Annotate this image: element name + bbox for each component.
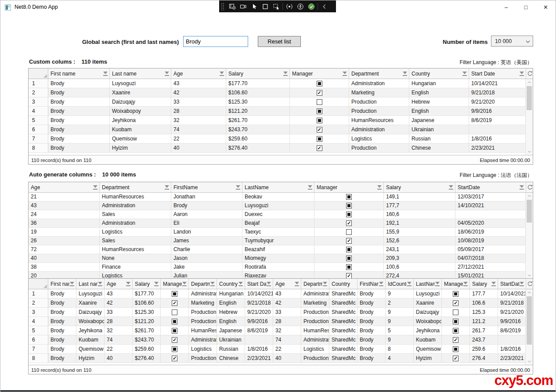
checkbox-indeterminate[interactable] bbox=[346, 212, 352, 217]
cell-salary[interactable]: 152,6 bbox=[384, 237, 455, 245]
cell-lastname[interactable]: Quemisow bbox=[414, 345, 442, 353]
cell-age[interactable]: 19 bbox=[29, 228, 100, 236]
cell-manager[interactable] bbox=[442, 345, 470, 353]
cell-firstname[interactable]: Julian bbox=[171, 272, 242, 279]
cell-firstname[interactable]: Charlie bbox=[171, 245, 242, 254]
cell-startdate[interactable] bbox=[498, 335, 526, 344]
column-header-manager[interactable]: Manager bbox=[442, 279, 470, 289]
cell-salary[interactable]: $121.20 bbox=[133, 317, 161, 326]
cell-department[interactable]: Production bbox=[349, 107, 409, 115]
cell-salary[interactable]: $125.30 bbox=[133, 308, 161, 316]
cell-start-date[interactable] bbox=[469, 125, 526, 134]
cell-manager[interactable] bbox=[290, 107, 349, 115]
cell-country[interactable]: SharedMc bbox=[329, 335, 357, 344]
cell-age[interactable]: 32 bbox=[105, 326, 133, 335]
checkbox-checked[interactable]: ✓ bbox=[453, 337, 459, 343]
filter-funnel-icon[interactable] bbox=[266, 282, 271, 286]
panel-gear-icon[interactable] bbox=[227, 2, 238, 11]
reset-list-button[interactable]: Reset list bbox=[258, 36, 301, 47]
minimize-button[interactable]: – bbox=[496, 0, 516, 14]
cell-salary[interactable]: 100,6 bbox=[384, 263, 455, 271]
cell-startdate[interactable]: 9/21/2020 bbox=[498, 308, 526, 316]
cell-salary[interactable]: 125.3 bbox=[470, 308, 498, 316]
scrollbar-thumb[interactable] bbox=[527, 86, 532, 110]
cell-department[interactable]: Production bbox=[301, 317, 329, 326]
cell-department[interactable]: HumanResources bbox=[100, 245, 171, 254]
vertical-scrollbar[interactable] bbox=[525, 193, 533, 279]
cell-lastname[interactable]: Beokav bbox=[242, 193, 314, 201]
cell-manager[interactable] bbox=[290, 79, 349, 88]
checkbox-unchecked[interactable] bbox=[317, 99, 322, 105]
cell-department[interactable]: Production bbox=[189, 317, 217, 326]
column-header-age[interactable]: Age bbox=[273, 279, 301, 289]
cell-department[interactable]: Production bbox=[189, 354, 217, 363]
filter-funnel-icon[interactable] bbox=[294, 282, 300, 286]
checkbox-indeterminate[interactable] bbox=[317, 81, 322, 86]
cell-startdate[interactable]: 8/6/2019 bbox=[498, 326, 526, 335]
cell-country[interactable]: SharedMc bbox=[329, 298, 357, 307]
select-element-icon[interactable] bbox=[271, 2, 282, 11]
cell-last-name[interactable]: Woixabopoy bbox=[110, 107, 171, 115]
cell-country[interactable]: Ukrainian bbox=[409, 125, 469, 134]
checkbox-indeterminate[interactable] bbox=[317, 108, 322, 114]
table-row[interactable]: 36AdministrationEliBeajaf✓192,104/05/202… bbox=[29, 219, 533, 228]
column-header-age[interactable]: Age bbox=[171, 68, 226, 79]
filter-funnel-icon[interactable] bbox=[342, 72, 347, 76]
cell-country[interactable]: English bbox=[409, 107, 469, 115]
checkbox-indeterminate[interactable] bbox=[346, 247, 352, 252]
cell-lastname[interactable]: Jeyhikona bbox=[414, 326, 442, 335]
cell-salary[interactable]: 177,7 bbox=[384, 201, 455, 210]
filter-funnel-icon[interactable] bbox=[283, 72, 288, 76]
filter-funnel-icon[interactable] bbox=[322, 282, 328, 286]
cell-age[interactable]: 43 bbox=[171, 79, 226, 88]
cell-age[interactable]: 43 bbox=[273, 289, 301, 298]
cell-age[interactable]: 28 bbox=[273, 317, 301, 326]
checkbox-indeterminate[interactable] bbox=[172, 328, 177, 334]
cell-startdate[interactable]: 10/14/2021 bbox=[498, 289, 526, 298]
column-header-manager[interactable]: Manager bbox=[314, 182, 384, 192]
cell-manager[interactable]: ✓ bbox=[290, 125, 349, 134]
filter-funnel-icon[interactable] bbox=[97, 282, 103, 286]
cell-firstname[interactable]: Brody bbox=[357, 317, 386, 326]
table-row[interactable]: 3BrodyDaizuqajy33$125.30ProductionHebrew… bbox=[29, 308, 533, 317]
cell-startdate[interactable]: 9/9/2016 bbox=[498, 317, 526, 326]
table-row[interactable]: 4BrodyWoixabopoy28$121.20ProductionEngli… bbox=[29, 107, 533, 116]
cell-age[interactable]: 74 bbox=[273, 335, 301, 344]
cell-country[interactable]: Hungarian bbox=[409, 79, 469, 88]
cell-salary[interactable]: 276.4 bbox=[470, 354, 498, 363]
table-row[interactable]: 7BrodyQuemisow22$259.60LogisticsRussian1… bbox=[29, 345, 533, 354]
cell-lastname[interactable]: Xaanire bbox=[414, 298, 442, 307]
cell-manager[interactable] bbox=[290, 134, 349, 143]
cell-first-name[interactable]: Brody bbox=[48, 289, 76, 298]
row-header[interactable]: 4 bbox=[29, 107, 48, 115]
cell-start-date[interactable]: 10/14/2021 bbox=[469, 79, 526, 88]
column-header-salary[interactable]: Salary bbox=[384, 182, 455, 192]
cell-department[interactable]: Administration bbox=[301, 335, 329, 344]
cell-first-name[interactable]: Brody bbox=[48, 116, 110, 125]
row-header[interactable]: 6 bbox=[29, 125, 48, 134]
cell-manager[interactable]: ✓ bbox=[442, 354, 470, 363]
cell-salary[interactable]: 121.2 bbox=[470, 317, 498, 326]
checkbox-indeterminate[interactable] bbox=[453, 346, 459, 352]
cell-salary[interactable]: 261.7 bbox=[470, 326, 498, 335]
refresh-icon[interactable] bbox=[526, 279, 533, 289]
cell-country[interactable]: Ukrainian bbox=[217, 335, 245, 344]
table-row[interactable]: 6BrodyKuobam74$243.70✓AdministrationUkra… bbox=[29, 125, 533, 134]
cell-start-date[interactable]: 1/8/2016 bbox=[469, 134, 526, 143]
cell-lastname[interactable]: Woixabopoy bbox=[414, 317, 442, 326]
filter-funnel-icon[interactable] bbox=[463, 282, 468, 286]
checkbox-checked[interactable]: ✓ bbox=[346, 238, 352, 244]
cell-salary[interactable]: $243.70 bbox=[226, 125, 290, 134]
checkbox-checked[interactable]: ✓ bbox=[172, 337, 177, 343]
cell-startdate[interactable]: 27/12/2021 bbox=[455, 263, 526, 271]
cell-manager[interactable] bbox=[314, 193, 384, 201]
checkbox-checked[interactable]: ✓ bbox=[346, 220, 352, 226]
row-header[interactable]: 1 bbox=[29, 289, 48, 298]
cell-country[interactable]: English bbox=[217, 317, 245, 326]
cell-department[interactable]: HumanResources bbox=[349, 116, 409, 125]
accessibility-icon[interactable] bbox=[295, 2, 306, 11]
checkbox-unchecked[interactable] bbox=[172, 309, 177, 315]
checkbox-unchecked[interactable] bbox=[346, 229, 352, 235]
cell-manager[interactable] bbox=[290, 97, 349, 106]
cell-manager[interactable]: ✓ bbox=[290, 88, 349, 97]
